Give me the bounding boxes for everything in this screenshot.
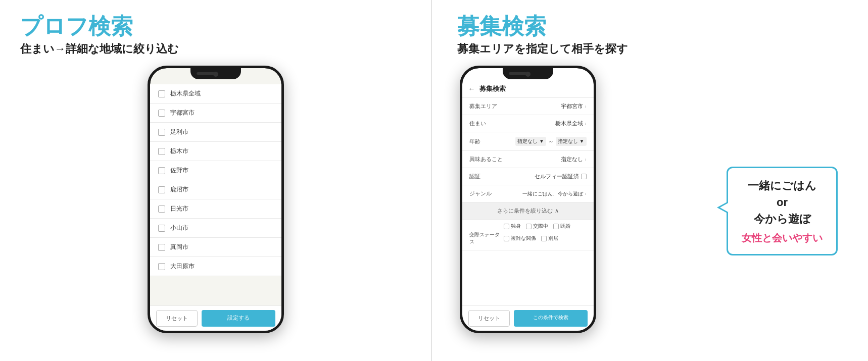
row-value-home: 栃木県全域 › xyxy=(555,120,587,127)
checkbox[interactable] xyxy=(158,90,165,97)
list-item[interactable]: 宇都宮市 xyxy=(150,104,281,123)
list-item[interactable]: 日光市 xyxy=(150,199,281,219)
chevron-icon-2: › xyxy=(585,121,587,126)
status-option-complex[interactable]: 複雑な関係 xyxy=(504,235,536,242)
right-content: ← 募集検索 募集エリア 宇都宮市 › 住まい 栃木県全域 › xyxy=(457,66,848,351)
status-option-single[interactable]: 独身 xyxy=(504,223,521,230)
age-tilde: ～ xyxy=(548,138,554,145)
option-label: 既婚 xyxy=(560,223,570,230)
list-item[interactable]: 足利市 xyxy=(150,123,281,142)
chevron-icon-3: › xyxy=(585,157,587,162)
row-age[interactable]: 年齢 指定なし ▼ ～ 指定なし ▼ xyxy=(462,132,594,151)
bottom-buttons: リセット 設定する xyxy=(150,305,281,331)
checkbox[interactable] xyxy=(158,167,165,174)
speaker-right xyxy=(509,72,527,75)
checkbox[interactable] xyxy=(158,110,165,117)
right-reset-button[interactable]: リセット xyxy=(468,310,510,327)
auth-checkbox[interactable] xyxy=(581,174,587,179)
row-area[interactable]: 募集エリア 宇都宮市 › xyxy=(462,98,594,115)
checkbox[interactable] xyxy=(158,225,165,232)
checkbox-separated[interactable] xyxy=(541,236,547,241)
expand-icon: ∧ xyxy=(555,208,559,214)
age-to-select[interactable]: 指定なし ▼ xyxy=(556,137,587,146)
phone-notch-right xyxy=(503,68,553,79)
left-title: プロフ検索 xyxy=(20,14,133,38)
status-option-dating[interactable]: 交際中 xyxy=(526,223,548,230)
row-label-age: 年齢 xyxy=(469,138,480,145)
camera-right xyxy=(525,72,531,77)
search-header: ← 募集検索 xyxy=(462,80,594,98)
list-item[interactable]: 栃木市 xyxy=(150,142,281,161)
row-value-genre: 一緒にごはん、今から遊ぼ › xyxy=(522,190,587,197)
option-label: 交際中 xyxy=(533,223,548,230)
checkbox[interactable] xyxy=(158,129,165,136)
screen-title: 募集検索 xyxy=(479,84,506,93)
checkbox-dating[interactable] xyxy=(526,224,532,229)
status-option-separated[interactable]: 別居 xyxy=(541,235,558,242)
checkbox[interactable] xyxy=(158,263,165,270)
checkbox[interactable] xyxy=(158,148,165,155)
callout-bubble: 一緒にごはんor今から遊ぼ 女性と会いやすい xyxy=(727,167,838,255)
checkbox-complex[interactable] xyxy=(504,236,509,241)
row-genre[interactable]: ジャンル 一緒にごはん、今から遊ぼ › xyxy=(462,185,594,202)
row-label-home: 住まい xyxy=(469,120,486,127)
row-auth[interactable]: 認証 セルフィー認証済 xyxy=(462,168,594,185)
right-phone: ← 募集検索 募集エリア 宇都宮市 › 住まい 栃木県全域 › xyxy=(460,66,596,333)
status-row-1: 独身 交際中 既婚 xyxy=(469,223,587,230)
item-label: 栃木市 xyxy=(170,147,188,156)
expand-row[interactable]: さらに条件を絞り込む ∧ xyxy=(462,202,594,220)
right-phone-screen: ← 募集検索 募集エリア 宇都宮市 › 住まい 栃木県全域 › xyxy=(462,68,594,331)
checkbox-married[interactable] xyxy=(553,224,559,229)
status-options-1: 独身 交際中 既婚 xyxy=(504,223,570,230)
option-label: 独身 xyxy=(511,223,521,230)
right-panel: 募集検索 募集エリアを指定して相手を探す ← 募集検索 募集エリア xyxy=(432,0,869,361)
callout-main-text: 一緒にごはんor今から遊ぼ xyxy=(736,177,828,227)
row-value-auth: セルフィー認証済 xyxy=(535,173,587,180)
chevron-icon: › xyxy=(585,104,587,109)
row-home[interactable]: 住まい 栃木県全域 › xyxy=(462,115,594,132)
checkbox[interactable] xyxy=(158,244,165,251)
row-value-age: 指定なし ▼ ～ 指定なし ▼ xyxy=(515,137,586,146)
list-item[interactable]: 鹿沼市 xyxy=(150,180,281,199)
list-item[interactable]: 真岡市 xyxy=(150,238,281,257)
row-label-genre: ジャンル xyxy=(469,190,492,197)
checkbox-single[interactable] xyxy=(504,224,509,229)
left-phone-screen: 栃木県全域 宇都宮市 足利市 栃木市 xyxy=(150,68,281,331)
status-grid: 独身 交際中 既婚 xyxy=(462,220,594,250)
item-label: 足利市 xyxy=(170,128,188,136)
right-phone-container: ← 募集検索 募集エリア 宇都宮市 › 住まい 栃木県全域 › xyxy=(457,66,599,351)
right-subtitle: 募集エリアを指定して相手を探す xyxy=(457,41,628,57)
list-item[interactable]: 小山市 xyxy=(150,219,281,238)
list-item[interactable]: 佐野市 xyxy=(150,161,281,180)
item-label: 鹿沼市 xyxy=(170,185,188,194)
age-from-select[interactable]: 指定なし ▼ xyxy=(515,137,546,146)
checkbox[interactable] xyxy=(158,186,165,193)
list-item[interactable]: 栃木県全域 xyxy=(150,84,281,104)
reset-button[interactable]: リセット xyxy=(156,310,198,327)
left-panel: プロフ検索 住まい→詳細な地域に絞り込む 栃木県全域 宇都宮市 xyxy=(0,0,432,361)
back-arrow-icon[interactable]: ← xyxy=(468,85,475,93)
item-label: 佐野市 xyxy=(170,166,188,175)
item-label: 日光市 xyxy=(170,204,188,213)
row-label-interest: 興味あること xyxy=(469,156,503,163)
row-value-area: 宇都宮市 › xyxy=(561,102,587,110)
item-label: 小山市 xyxy=(170,224,188,232)
callout-area: 一緒にごはんor今から遊ぼ 女性と会いやすい xyxy=(599,66,848,351)
right-title: 募集検索 xyxy=(457,14,546,38)
row-value-interest: 指定なし › xyxy=(561,156,587,163)
phone-notch xyxy=(190,68,241,79)
option-label: 複雑な関係 xyxy=(511,235,536,242)
row-label-auth: 認証 xyxy=(469,173,480,180)
item-label: 宇都宮市 xyxy=(170,109,195,117)
row-interest[interactable]: 興味あること 指定なし › xyxy=(462,151,594,168)
status-row-2: 交際ステータス 複雑な関係 別居 xyxy=(469,231,587,245)
list-item[interactable]: 大田原市 xyxy=(150,257,281,276)
status-option-married[interactable]: 既婚 xyxy=(553,223,570,230)
callout-sub-text: 女性と会いやすい xyxy=(736,231,828,245)
left-phone: 栃木県全域 宇都宮市 足利市 栃木市 xyxy=(148,66,284,333)
item-label: 大田原市 xyxy=(170,262,195,271)
checkbox[interactable] xyxy=(158,205,165,213)
search-button[interactable]: この条件で検索 xyxy=(514,310,587,327)
chevron-icon-4: › xyxy=(585,191,587,196)
set-button[interactable]: 設定する xyxy=(202,310,275,327)
